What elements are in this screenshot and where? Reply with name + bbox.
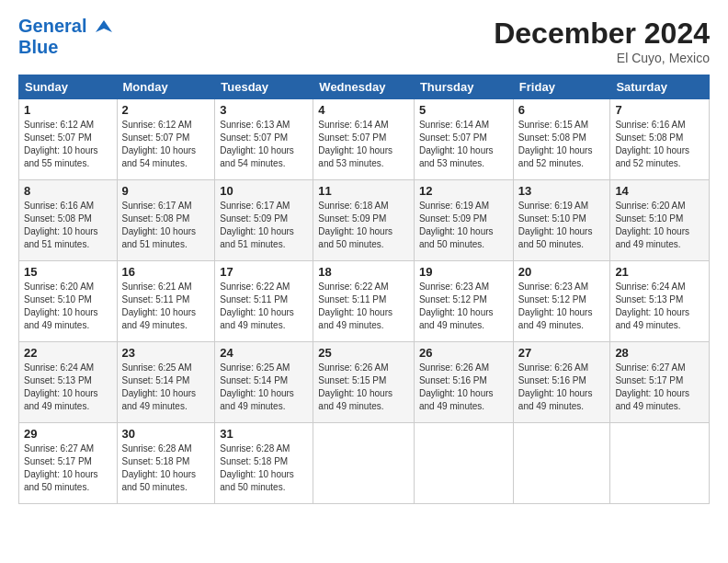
day-info: Sunrise: 6:25 AMSunset: 5:14 PMDaylight:… xyxy=(122,362,210,413)
calendar-week-5: 29Sunrise: 6:27 AMSunset: 5:17 PMDayligh… xyxy=(19,423,710,504)
day-number: 26 xyxy=(419,346,508,360)
day-number: 22 xyxy=(24,346,112,360)
calendar-cell: 26Sunrise: 6:26 AMSunset: 5:16 PMDayligh… xyxy=(414,342,513,423)
logo-line2: Blue xyxy=(18,38,58,56)
day-number: 17 xyxy=(220,265,308,279)
calendar-cell: 25Sunrise: 6:26 AMSunset: 5:15 PMDayligh… xyxy=(313,342,415,423)
calendar-cell xyxy=(414,423,513,504)
day-info: Sunrise: 6:12 AMSunset: 5:07 PMDaylight:… xyxy=(122,119,210,170)
day-number: 2 xyxy=(122,103,210,117)
day-info: Sunrise: 6:20 AMSunset: 5:10 PMDaylight:… xyxy=(615,200,704,251)
calendar-cell: 6Sunrise: 6:15 AMSunset: 5:08 PMDaylight… xyxy=(513,99,610,180)
calendar-header-row: SundayMondayTuesdayWednesdayThursdayFrid… xyxy=(19,75,710,99)
calendar-cell: 13Sunrise: 6:19 AMSunset: 5:10 PMDayligh… xyxy=(513,180,610,261)
location: El Cuyo, Mexico xyxy=(494,51,710,65)
day-info: Sunrise: 6:14 AMSunset: 5:07 PMDaylight:… xyxy=(419,119,508,170)
day-info: Sunrise: 6:24 AMSunset: 5:13 PMDaylight:… xyxy=(615,281,704,332)
calendar-cell: 3Sunrise: 6:13 AMSunset: 5:07 PMDaylight… xyxy=(215,99,313,180)
day-number: 8 xyxy=(24,184,112,198)
calendar-week-1: 1Sunrise: 6:12 AMSunset: 5:07 PMDaylight… xyxy=(19,99,710,180)
calendar-header-wednesday: Wednesday xyxy=(313,75,415,99)
day-info: Sunrise: 6:24 AMSunset: 5:13 PMDaylight:… xyxy=(24,362,112,413)
day-number: 5 xyxy=(419,103,508,117)
calendar-cell: 11Sunrise: 6:18 AMSunset: 5:09 PMDayligh… xyxy=(313,180,415,261)
calendar-header-monday: Monday xyxy=(117,75,215,99)
calendar-cell: 9Sunrise: 6:17 AMSunset: 5:08 PMDaylight… xyxy=(117,180,215,261)
title-block: December 2024 El Cuyo, Mexico xyxy=(494,17,710,65)
calendar-cell: 24Sunrise: 6:25 AMSunset: 5:14 PMDayligh… xyxy=(215,342,313,423)
calendar-cell: 2Sunrise: 6:12 AMSunset: 5:07 PMDaylight… xyxy=(117,99,215,180)
calendar-cell: 22Sunrise: 6:24 AMSunset: 5:13 PMDayligh… xyxy=(19,342,118,423)
month-title: December 2024 xyxy=(494,17,710,51)
day-number: 29 xyxy=(24,427,112,441)
day-number: 24 xyxy=(220,346,308,360)
calendar-cell: 20Sunrise: 6:23 AMSunset: 5:12 PMDayligh… xyxy=(513,261,610,342)
day-info: Sunrise: 6:26 AMSunset: 5:15 PMDaylight:… xyxy=(318,362,409,413)
day-number: 4 xyxy=(318,103,409,117)
calendar-cell: 10Sunrise: 6:17 AMSunset: 5:09 PMDayligh… xyxy=(215,180,313,261)
day-info: Sunrise: 6:27 AMSunset: 5:17 PMDaylight:… xyxy=(24,442,112,494)
calendar-header-tuesday: Tuesday xyxy=(215,75,313,99)
day-info: Sunrise: 6:28 AMSunset: 5:18 PMDaylight:… xyxy=(122,442,210,494)
day-number: 20 xyxy=(518,265,606,279)
calendar-header-saturday: Saturday xyxy=(610,75,710,99)
day-number: 6 xyxy=(518,103,606,117)
day-info: Sunrise: 6:19 AMSunset: 5:09 PMDaylight:… xyxy=(419,200,508,251)
day-info: Sunrise: 6:16 AMSunset: 5:08 PMDaylight:… xyxy=(24,200,112,251)
day-number: 16 xyxy=(122,265,210,279)
day-number: 7 xyxy=(615,103,704,117)
calendar-cell xyxy=(610,423,710,504)
calendar-cell: 18Sunrise: 6:22 AMSunset: 5:11 PMDayligh… xyxy=(313,261,415,342)
calendar-header-sunday: Sunday xyxy=(19,75,118,99)
day-number: 10 xyxy=(220,184,308,198)
day-info: Sunrise: 6:26 AMSunset: 5:16 PMDaylight:… xyxy=(419,362,508,413)
calendar-cell xyxy=(513,423,610,504)
day-info: Sunrise: 6:21 AMSunset: 5:11 PMDaylight:… xyxy=(122,281,210,332)
day-number: 3 xyxy=(220,103,308,117)
calendar-cell: 28Sunrise: 6:27 AMSunset: 5:17 PMDayligh… xyxy=(610,342,710,423)
day-info: Sunrise: 6:20 AMSunset: 5:10 PMDaylight:… xyxy=(24,281,112,332)
calendar-cell: 15Sunrise: 6:20 AMSunset: 5:10 PMDayligh… xyxy=(19,261,118,342)
calendar-cell: 23Sunrise: 6:25 AMSunset: 5:14 PMDayligh… xyxy=(117,342,215,423)
calendar-cell: 7Sunrise: 6:16 AMSunset: 5:08 PMDaylight… xyxy=(610,99,710,180)
calendar-week-2: 8Sunrise: 6:16 AMSunset: 5:08 PMDaylight… xyxy=(19,180,710,261)
day-number: 30 xyxy=(122,427,210,441)
calendar-cell: 4Sunrise: 6:14 AMSunset: 5:07 PMDaylight… xyxy=(313,99,415,180)
calendar-week-4: 22Sunrise: 6:24 AMSunset: 5:13 PMDayligh… xyxy=(19,342,710,423)
day-number: 1 xyxy=(24,103,112,117)
calendar-cell: 29Sunrise: 6:27 AMSunset: 5:17 PMDayligh… xyxy=(19,423,118,504)
day-info: Sunrise: 6:17 AMSunset: 5:09 PMDaylight:… xyxy=(220,200,308,251)
day-info: Sunrise: 6:19 AMSunset: 5:10 PMDaylight:… xyxy=(518,200,606,251)
day-info: Sunrise: 6:23 AMSunset: 5:12 PMDaylight:… xyxy=(518,281,606,332)
day-number: 28 xyxy=(615,346,704,360)
calendar-cell: 19Sunrise: 6:23 AMSunset: 5:12 PMDayligh… xyxy=(414,261,513,342)
day-number: 12 xyxy=(419,184,508,198)
calendar-cell: 27Sunrise: 6:26 AMSunset: 5:16 PMDayligh… xyxy=(513,342,610,423)
calendar-cell: 14Sunrise: 6:20 AMSunset: 5:10 PMDayligh… xyxy=(610,180,710,261)
day-number: 15 xyxy=(24,265,112,279)
day-number: 31 xyxy=(220,427,308,441)
day-info: Sunrise: 6:22 AMSunset: 5:11 PMDaylight:… xyxy=(318,281,409,332)
day-info: Sunrise: 6:26 AMSunset: 5:16 PMDaylight:… xyxy=(518,362,606,413)
calendar-cell: 8Sunrise: 6:16 AMSunset: 5:08 PMDaylight… xyxy=(19,180,118,261)
calendar-cell: 12Sunrise: 6:19 AMSunset: 5:09 PMDayligh… xyxy=(414,180,513,261)
calendar-cell xyxy=(313,423,415,504)
calendar-table: SundayMondayTuesdayWednesdayThursdayFrid… xyxy=(18,75,710,504)
calendar-header-friday: Friday xyxy=(513,75,610,99)
calendar-cell: 5Sunrise: 6:14 AMSunset: 5:07 PMDaylight… xyxy=(414,99,513,180)
calendar-cell: 30Sunrise: 6:28 AMSunset: 5:18 PMDayligh… xyxy=(117,423,215,504)
day-number: 21 xyxy=(615,265,704,279)
calendar-cell: 31Sunrise: 6:28 AMSunset: 5:18 PMDayligh… xyxy=(215,423,313,504)
day-info: Sunrise: 6:18 AMSunset: 5:09 PMDaylight:… xyxy=(318,200,409,251)
day-number: 27 xyxy=(518,346,606,360)
calendar-week-3: 15Sunrise: 6:20 AMSunset: 5:10 PMDayligh… xyxy=(19,261,710,342)
day-info: Sunrise: 6:17 AMSunset: 5:08 PMDaylight:… xyxy=(122,200,210,251)
day-info: Sunrise: 6:28 AMSunset: 5:18 PMDaylight:… xyxy=(220,442,308,494)
header: General Blue December 2024 El Cuyo, Mexi… xyxy=(18,17,710,65)
day-info: Sunrise: 6:12 AMSunset: 5:07 PMDaylight:… xyxy=(24,119,112,170)
page: General Blue December 2024 El Cuyo, Mexi… xyxy=(0,0,728,563)
logo: General Blue xyxy=(18,17,114,56)
day-number: 25 xyxy=(318,346,409,360)
day-number: 11 xyxy=(318,184,409,198)
day-info: Sunrise: 6:27 AMSunset: 5:17 PMDaylight:… xyxy=(615,362,704,413)
